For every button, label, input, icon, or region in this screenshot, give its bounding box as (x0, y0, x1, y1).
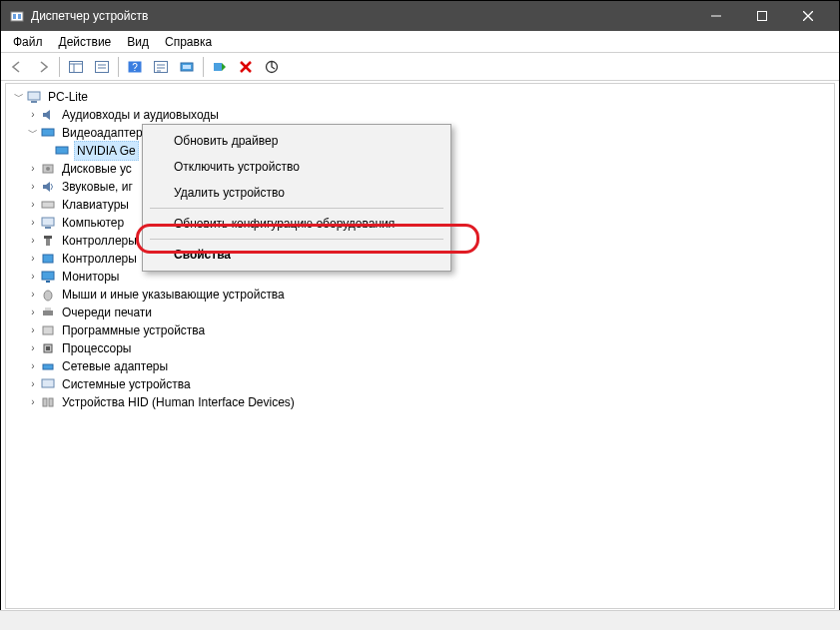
menu-view[interactable]: Вид (119, 33, 157, 51)
tree-item-network[interactable]: › Сетевые адаптеры (12, 357, 834, 375)
expand-icon[interactable]: › (26, 178, 40, 196)
svg-rect-48 (49, 398, 53, 406)
display-adapter-icon (54, 143, 70, 159)
close-button[interactable] (785, 1, 831, 31)
tree-label: Сетевые адаптеры (60, 357, 170, 375)
svg-rect-35 (44, 236, 52, 239)
ctx-disable-device[interactable]: Отключить устройство (146, 154, 447, 180)
ctx-update-driver[interactable]: Обновить драйвер (146, 128, 447, 154)
ctx-separator (150, 208, 443, 209)
expand-icon[interactable]: › (26, 321, 40, 339)
tree-root[interactable]: ﹀ PC-Lite (12, 88, 834, 106)
tree-item-system[interactable]: › Системные устройства (12, 375, 834, 393)
svg-rect-1 (13, 14, 16, 19)
uninstall-device-button[interactable] (234, 56, 258, 78)
computer-icon (26, 89, 42, 105)
tree-item-mice[interactable]: › Мыши и иные указывающие устройства (12, 286, 834, 304)
collapse-icon[interactable]: ﹀ (12, 88, 26, 106)
expand-icon[interactable]: › (26, 286, 40, 304)
tree-label: Очереди печати (60, 304, 154, 321)
monitor-icon (40, 269, 56, 285)
expand-icon[interactable]: › (26, 375, 40, 393)
tree-label: Компьютер (60, 214, 126, 232)
disk-icon (40, 161, 56, 177)
tree-item-audio[interactable]: › Аудиовходы и аудиовыходы (12, 106, 834, 124)
svg-rect-4 (758, 12, 767, 21)
properties-sheet-button[interactable] (90, 56, 114, 78)
back-button[interactable] (5, 56, 29, 78)
expand-icon[interactable]: › (26, 304, 40, 321)
svg-rect-46 (42, 379, 54, 387)
ctx-properties[interactable]: Свойства (146, 242, 447, 268)
svg-rect-10 (96, 61, 109, 72)
cpu-icon (40, 340, 56, 356)
menu-file[interactable]: Файл (5, 33, 51, 51)
svg-rect-38 (46, 281, 50, 283)
expand-icon[interactable]: › (26, 357, 40, 375)
keyboard-icon (40, 197, 56, 213)
tree-item-software-devices[interactable]: › Программные устройства (12, 321, 834, 339)
forward-button[interactable] (31, 56, 55, 78)
minimize-button[interactable] (693, 1, 739, 31)
sound-icon (40, 179, 56, 195)
menu-help[interactable]: Справка (157, 33, 220, 51)
window-controls (693, 1, 831, 31)
mouse-icon (40, 287, 56, 303)
tree-label: Звуковые, иг (60, 178, 135, 196)
computer-icon (40, 215, 56, 231)
svg-rect-21 (214, 63, 222, 71)
toolbar-separator (203, 57, 204, 77)
tree-item-print-queue[interactable]: › Очереди печати (12, 304, 834, 321)
expand-icon[interactable]: › (26, 339, 40, 357)
expand-icon[interactable]: › (26, 196, 40, 214)
show-hide-tree-button[interactable] (64, 56, 88, 78)
enable-device-button[interactable] (208, 56, 232, 78)
tree-label: Системные устройства (60, 375, 193, 393)
tree-label: Мыши и иные указывающие устройства (60, 286, 287, 304)
tree-label: Контроллеры (60, 232, 139, 250)
action-list-button[interactable] (149, 56, 173, 78)
svg-rect-0 (11, 12, 23, 21)
maximize-button[interactable] (739, 1, 785, 31)
expand-icon[interactable]: › (26, 250, 40, 268)
tree-label: PC-Lite (46, 88, 90, 106)
app-icon (9, 8, 25, 24)
expand-icon[interactable]: › (26, 268, 40, 286)
audio-icon (40, 107, 56, 123)
tree-item-processors[interactable]: › Процессоры (12, 339, 834, 357)
svg-rect-28 (56, 147, 68, 154)
expand-icon[interactable]: › (26, 106, 40, 124)
expand-icon[interactable]: › (26, 214, 40, 232)
svg-rect-32 (42, 218, 54, 226)
ctx-remove-device[interactable]: Удалить устройство (146, 180, 447, 206)
tree-label: Устройства HID (Human Interface Devices) (60, 393, 297, 411)
context-menu: Обновить драйвер Отключить устройство Уд… (142, 124, 451, 272)
svg-rect-42 (43, 326, 53, 334)
svg-rect-37 (42, 272, 54, 280)
titlebar: Диспетчер устройств (1, 1, 839, 31)
toolbar-separator (118, 57, 119, 77)
system-device-icon (40, 376, 56, 392)
update-driver-button[interactable] (260, 56, 284, 78)
svg-rect-2 (18, 14, 21, 19)
help-button[interactable]: ? (123, 56, 147, 78)
tree-label: Клавиатуры (60, 196, 131, 214)
tree-label-selected: NVIDIA Ge (74, 141, 139, 161)
tree-item-hid[interactable]: › Устройства HID (Human Interface Device… (12, 393, 834, 411)
scan-hardware-button[interactable] (175, 56, 199, 78)
expand-icon[interactable]: › (26, 393, 40, 411)
svg-rect-27 (42, 129, 54, 136)
svg-rect-44 (46, 346, 50, 350)
expand-icon[interactable]: › (26, 232, 40, 250)
tree-label: Аудиовходы и аудиовыходы (60, 106, 221, 124)
software-device-icon (40, 322, 56, 338)
menubar: Файл Действие Вид Справка (1, 31, 839, 53)
expand-icon[interactable]: › (26, 160, 40, 178)
svg-rect-20 (183, 65, 191, 69)
tree-label: Дисковые ус (60, 160, 134, 178)
collapse-icon[interactable]: ﹀ (26, 124, 40, 142)
ctx-refresh-hw[interactable]: Обновить конфигурацию оборудования (146, 211, 447, 237)
device-tree-panel: ﹀ PC-Lite › Аудиовходы и аудиовыходы ﹀ В… (5, 83, 835, 609)
tree-label: Видеоадаптеры (60, 124, 153, 142)
menu-action[interactable]: Действие (51, 33, 120, 51)
